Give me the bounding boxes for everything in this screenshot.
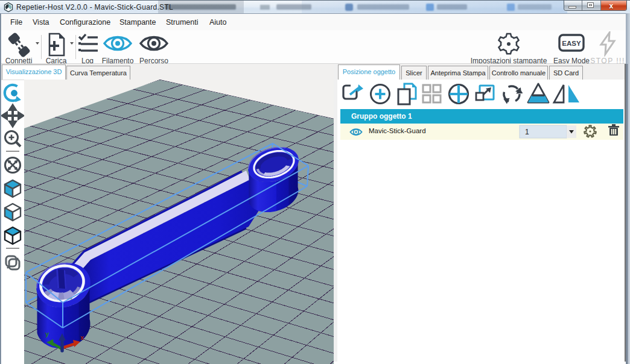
svg-text:y: y: [45, 330, 49, 337]
svg-text:1: 1: [525, 128, 529, 136]
svg-text:x: x: [80, 334, 84, 341]
svg-text:EASY: EASY: [562, 40, 581, 47]
